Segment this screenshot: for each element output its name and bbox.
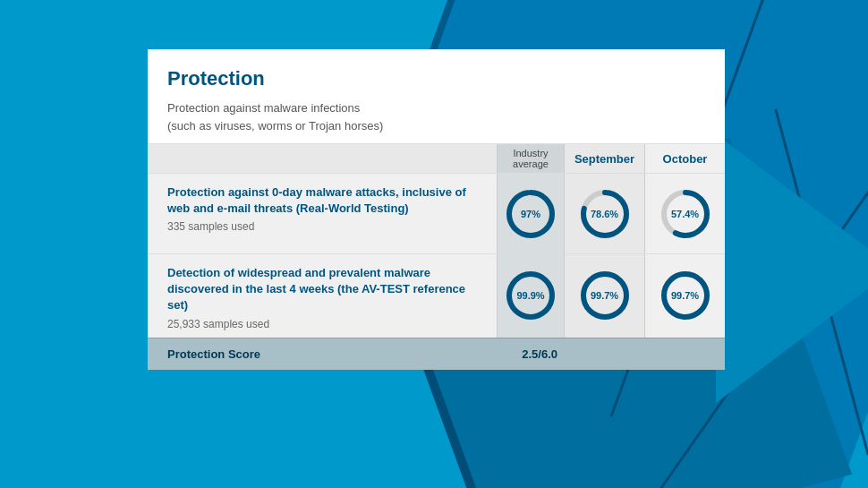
card-header: Protection Protection against malware in…: [148, 49, 725, 143]
description-line1: Protection against malware infections: [167, 101, 360, 115]
card-title: Protection: [167, 67, 705, 90]
row0-sep: 78.6%: [564, 174, 644, 253]
row0-sep-donut: 78.6%: [578, 187, 632, 241]
col-oct-header: October: [644, 144, 725, 173]
table-row: Protection against 0-day malware attacks…: [148, 173, 725, 253]
row0-oct-donut: 57.4%: [659, 187, 712, 241]
footer-label: Protection Score: [167, 347, 522, 361]
protection-table: Industry average September October Prote…: [148, 143, 725, 370]
description-line2: (such as viruses, worms or Trojan horses…: [167, 119, 383, 133]
row1-subtitle: 25,933 samples used: [167, 318, 488, 330]
row0-oct: 57.4%: [644, 174, 725, 253]
row0-subtitle: 335 samples used: [167, 220, 488, 233]
protection-card: Protection Protection against malware in…: [148, 49, 725, 370]
row1-oct-donut: 99.7%: [659, 269, 712, 322]
col-industry-header: Industry average: [497, 144, 564, 173]
row1-industry-value: 99.9%: [516, 290, 544, 301]
row0-industry: 97%: [497, 174, 564, 253]
card-description: Protection against malware infections (s…: [167, 99, 705, 134]
row0-sep-value: 78.6%: [591, 209, 618, 219]
col-desc-header: [148, 144, 497, 173]
footer-score: 2.5/6.0: [522, 347, 557, 361]
row1-industry-donut: 99.9%: [504, 269, 557, 322]
table-header: Industry average September October: [148, 143, 725, 173]
row1-desc: Detection of widespread and prevalent ma…: [148, 254, 497, 338]
row1-industry: 99.9%: [497, 254, 564, 338]
table-row: Detection of widespread and prevalent ma…: [148, 253, 725, 338]
row1-oct: 99.7%: [644, 254, 725, 338]
row0-oct-value: 57.4%: [671, 209, 699, 219]
row0-title: Protection against 0-day malware attacks…: [167, 184, 488, 217]
row1-oct-value: 99.7%: [671, 290, 699, 301]
row1-sep-donut: 99.7%: [578, 269, 632, 322]
table-footer: Protection Score 2.5/6.0: [148, 338, 725, 370]
bg-triangle-1: [716, 134, 868, 403]
row0-industry-donut: 97%: [504, 187, 557, 241]
row1-title: Detection of widespread and prevalent ma…: [167, 265, 488, 314]
row0-desc: Protection against 0-day malware attacks…: [148, 174, 497, 253]
row1-sep-value: 99.7%: [591, 290, 618, 301]
row1-sep: 99.7%: [564, 254, 644, 338]
col-sep-header: September: [564, 144, 644, 173]
row0-industry-value: 97%: [521, 209, 540, 219]
